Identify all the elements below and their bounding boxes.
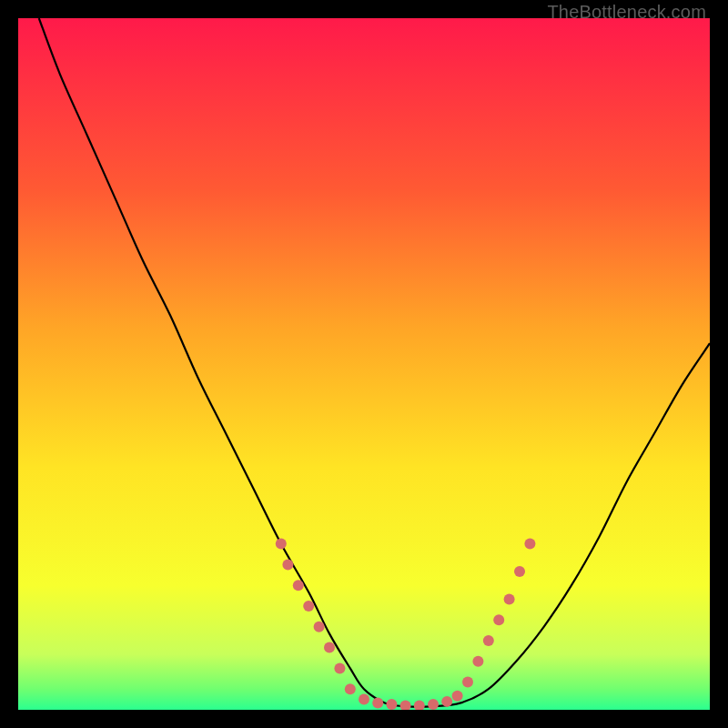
chart-frame [18, 18, 710, 710]
plot-area [18, 18, 710, 710]
svg-rect-0 [18, 18, 710, 710]
background-gradient [18, 18, 710, 710]
